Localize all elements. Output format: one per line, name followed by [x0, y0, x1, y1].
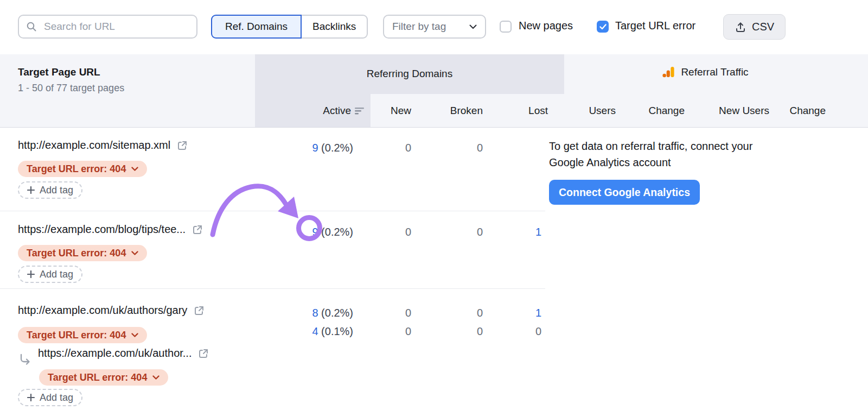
table-header: Target Page URL 1 - 50 of 77 target page…	[0, 54, 868, 128]
table-row-url: http://example.com/sitemap.xml	[18, 139, 188, 152]
add-tag-label: Add tag	[40, 269, 73, 280]
search-box[interactable]	[18, 15, 197, 39]
active-value: 9 (0.2%)	[312, 140, 353, 155]
active-percent: (0.1%)	[321, 325, 353, 337]
external-link-icon[interactable]	[197, 348, 209, 360]
referring-domains-header: Referring Domains	[255, 68, 564, 80]
active-value: 4 (0.1%)	[312, 324, 353, 339]
chevron-down-icon	[131, 251, 138, 256]
target-url-error-badge[interactable]: Target URL error: 404	[39, 369, 168, 386]
checkmark-icon	[599, 24, 607, 30]
chevron-down-icon	[469, 24, 477, 29]
add-tag-label: Add tag	[40, 185, 73, 196]
active-percent: (0.2%)	[321, 307, 353, 319]
active-value: 8 (0.2%)	[312, 305, 353, 320]
target-url-link[interactable]: https://example.com/blog/tips/tee...	[18, 223, 186, 236]
filter-by-tag-label: Filter by tag	[392, 21, 446, 33]
lost-value-link[interactable]: 1	[535, 305, 541, 320]
add-tag-button[interactable]: Add tag	[18, 266, 82, 283]
referral-traffic-label: Referral Traffic	[681, 66, 748, 78]
target-url-link[interactable]: http://example.com/uk/authors/gary	[18, 304, 187, 317]
new-value: 0	[405, 140, 411, 155]
new-value: 0	[405, 324, 411, 339]
target-url-error-badge[interactable]: Target URL error: 404	[18, 327, 147, 343]
ga-message-line1: To get data on referral traffic, connect…	[549, 138, 752, 154]
lost-value-link[interactable]: 1	[535, 224, 541, 239]
upload-icon	[735, 21, 746, 33]
add-tag-button[interactable]: Add tag	[18, 181, 82, 199]
view-toggle: Ref. Domains Backlinks	[211, 15, 368, 39]
referral-traffic-header: Referral Traffic	[564, 65, 846, 79]
column-header-users[interactable]: Users	[589, 105, 616, 117]
active-count-link[interactable]: 8	[312, 307, 318, 319]
active-percent: (0.2%)	[321, 226, 353, 238]
new-value: 0	[405, 224, 411, 239]
active-value: 9 (0.2%)	[312, 224, 353, 239]
target-page-url-header: Target Page URL	[18, 66, 100, 78]
row-separator	[0, 288, 545, 289]
target-url-error-label: Target URL error	[615, 20, 695, 32]
target-url-error-badge[interactable]: Target URL error: 404	[18, 245, 147, 261]
analytics-icon	[662, 65, 675, 79]
column-header-active[interactable]: Active	[323, 105, 365, 117]
badge-label: Target URL error: 404	[27, 330, 126, 341]
chevron-down-icon	[131, 167, 138, 172]
search-input[interactable]	[43, 20, 189, 33]
pagination-text: 1 - 50 of 77 target pages	[18, 83, 124, 94]
sort-descending-icon	[355, 106, 365, 115]
search-icon	[26, 21, 37, 32]
plus-icon	[27, 186, 35, 194]
annotation-arrowhead	[278, 197, 298, 218]
corner-down-right-icon	[18, 353, 32, 367]
badge-label: Target URL error: 404	[27, 163, 126, 175]
backlinks-button[interactable]: Backlinks	[302, 15, 368, 39]
broken-value: 0	[477, 224, 483, 239]
filter-by-tag-dropdown[interactable]: Filter by tag	[383, 15, 486, 39]
external-link-icon[interactable]	[192, 224, 203, 236]
badge-label: Target URL error: 404	[27, 248, 126, 259]
ga-message-line2: Google Analytics account	[549, 154, 671, 171]
row-separator	[0, 211, 545, 211]
badge-label: Target URL error: 404	[48, 372, 147, 383]
column-header-broken[interactable]: Broken	[450, 105, 483, 117]
csv-export-button[interactable]: CSV	[723, 14, 786, 40]
target-url-error-checkbox[interactable]	[597, 21, 609, 33]
column-header-lost[interactable]: Lost	[528, 105, 548, 117]
target-url-link[interactable]: http://example.com/sitemap.xml	[18, 139, 170, 152]
connect-google-analytics-button[interactable]: Connect Google Analytics	[549, 180, 700, 205]
broken-value: 0	[477, 305, 483, 320]
new-pages-checkbox[interactable]	[500, 21, 512, 33]
sub-row-url: https://example.com/uk/author...	[38, 347, 209, 360]
active-column-label: Active	[323, 105, 351, 117]
chevron-down-icon	[131, 333, 138, 338]
add-tag-label: Add tag	[40, 392, 73, 404]
external-link-icon[interactable]	[193, 305, 205, 317]
external-link-icon[interactable]	[176, 140, 188, 152]
column-header-new-users[interactable]: New Users	[719, 105, 769, 117]
plus-icon	[27, 270, 35, 278]
table-row-url: https://example.com/blog/tips/tee...	[18, 223, 203, 236]
add-tag-button[interactable]: Add tag	[18, 389, 82, 406]
column-header-change-2[interactable]: Change	[789, 105, 826, 117]
ref-domains-button[interactable]: Ref. Domains	[211, 15, 302, 39]
chevron-down-icon	[152, 375, 159, 380]
active-count-link[interactable]: 9	[312, 226, 318, 238]
column-header-new[interactable]: New	[391, 105, 411, 117]
broken-value: 0	[477, 140, 483, 155]
target-url-error-badge[interactable]: Target URL error: 404	[18, 161, 147, 177]
new-value: 0	[405, 305, 411, 320]
target-url-link[interactable]: https://example.com/uk/author...	[38, 347, 192, 360]
csv-button-label: CSV	[752, 21, 774, 33]
plus-icon	[27, 394, 35, 401]
broken-value: 0	[477, 324, 483, 339]
backlinks-target-pages-screen: Ref. Domains Backlinks Filter by tag New…	[0, 0, 868, 416]
lost-value: 0	[535, 324, 541, 339]
column-header-change[interactable]: Change	[648, 105, 685, 117]
table-row-url: http://example.com/uk/authors/gary	[18, 304, 205, 317]
active-count-link[interactable]: 4	[312, 325, 318, 337]
active-count-link[interactable]: 9	[312, 142, 318, 154]
active-percent: (0.2%)	[321, 142, 353, 154]
new-pages-label: New pages	[519, 20, 573, 32]
